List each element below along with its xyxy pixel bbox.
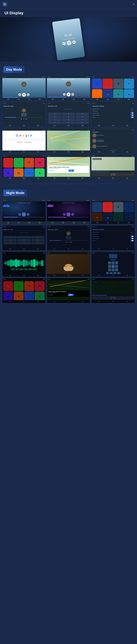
cp-podcast[interactable]: 🎙 — [24, 158, 34, 168]
google-lucky-btn[interactable]: I'm Feeling Lucky — [24, 142, 32, 143]
night-cp-music[interactable]: ♪ — [14, 281, 24, 291]
cp-fb[interactable]: f — [24, 168, 34, 177]
app-extra1[interactable]: ▦ — [124, 89, 134, 98]
eq-btn-1[interactable]: LOW — [11, 268, 15, 270]
dial-8[interactable]: 8 — [62, 118, 75, 121]
night-cp-maps[interactable]: 🗺 — [35, 281, 44, 291]
night-dial-3[interactable]: 3 — [31, 236, 44, 238]
night-bt-play[interactable]: ⏸ — [68, 241, 69, 243]
power-toggle[interactable] — [131, 116, 134, 118]
arrow-up-right[interactable]: ↗ — [115, 261, 118, 264]
arrow-center[interactable]: ● — [112, 265, 115, 268]
nav-extra-3[interactable]: ► — [113, 272, 116, 274]
night-next-2[interactable]: ⏭ — [71, 213, 74, 216]
dial-6[interactable]: 6 — [76, 116, 89, 118]
dial-star[interactable]: * — [48, 122, 62, 124]
bt-next[interactable]: ⏭ — [26, 118, 27, 120]
nav-extra-4[interactable]: ▼ — [117, 272, 120, 274]
dial-0[interactable]: 0 — [62, 122, 75, 124]
night-play-1[interactable] — [22, 212, 26, 216]
night-dial-4[interactable]: 4 — [4, 239, 17, 242]
night-app-extra1[interactable]: ▦ — [124, 212, 134, 221]
hero-next-btn[interactable]: ⏭ — [72, 40, 76, 44]
nav-prev[interactable]: ⏮ — [111, 175, 112, 176]
night-dial-6[interactable]: 6 — [31, 239, 44, 242]
cp-maps[interactable]: 🗺 — [35, 158, 44, 168]
arrow-left[interactable]: ← — [108, 265, 111, 268]
night-app-settings[interactable]: ⚙ — [124, 202, 134, 212]
night-power-toggle[interactable] — [131, 240, 134, 241]
night-dial-2[interactable]: 2 — [17, 236, 31, 238]
eq-btn-5[interactable]: POP — [28, 268, 32, 270]
night-nav-play[interactable]: ⏸ — [112, 298, 114, 299]
night-next-1[interactable]: ⏭ — [27, 213, 30, 216]
night-cp-netflix[interactable]: N — [14, 292, 24, 300]
nav-next[interactable]: ⏭ — [114, 175, 115, 176]
play-btn-2[interactable]: ⏸ — [66, 92, 70, 96]
auto-answer-toggle[interactable] — [131, 112, 134, 114]
bt-play[interactable]: ⏸ — [23, 118, 24, 120]
dial-5[interactable]: 5 — [62, 116, 75, 118]
night-dial-9[interactable]: 9 — [31, 242, 44, 244]
cp-spotify[interactable]: S — [35, 168, 44, 177]
arrow-down[interactable]: ↓ — [112, 268, 115, 271]
night-app-telegram[interactable]: ✈ — [92, 202, 102, 212]
night-cp-podcast[interactable]: 🎙 — [24, 281, 34, 291]
social-item-1[interactable]: 🎵 华乐_世界.mp4 — [92, 133, 134, 138]
app-maps[interactable]: 📍 — [92, 89, 102, 98]
menu-icon[interactable] — [2, 2, 7, 7]
arrow-down-left[interactable]: ↙ — [108, 268, 111, 271]
social-item-3[interactable]: 🎵 华乐_33_33_音乐.mp3 — [92, 144, 134, 149]
app-vehicle[interactable]: 🚗 — [102, 89, 113, 98]
night-dial-7[interactable]: 7 — [4, 242, 17, 244]
night-bt-next[interactable]: ⏭ — [70, 241, 72, 243]
night-auto-answer-toggle[interactable] — [131, 236, 134, 237]
nav-hamburger-icon[interactable]: ≡ — [133, 2, 135, 6]
next-btn-2[interactable]: ⏭ — [71, 93, 74, 96]
app-settings[interactable]: ⚙ — [124, 78, 134, 89]
night-cp-fb[interactable]: f — [24, 292, 34, 300]
cp-music[interactable]: ♪ — [14, 158, 24, 168]
night-cp-spotify[interactable]: S — [35, 292, 44, 300]
night-nav-next[interactable]: ⏭ — [114, 298, 115, 299]
auto-connect-toggle[interactable] — [131, 114, 134, 116]
google-search-btn[interactable]: Google Search — [16, 142, 23, 143]
nav-extra-2[interactable]: ◄ — [110, 272, 113, 274]
night-app-maps[interactable]: 📍 — [92, 212, 102, 221]
dial-9[interactable]: 9 — [76, 118, 89, 121]
night-app-photos[interactable]: 🖼 — [113, 202, 124, 212]
arrow-down-right[interactable]: ↘ — [115, 268, 118, 271]
google-search-bar[interactable] — [4, 138, 44, 141]
night-dial-8[interactable]: 8 — [17, 242, 31, 244]
eq-btn-4[interactable]: FLAT — [24, 268, 28, 270]
nav-play[interactable]: ⏸ — [112, 175, 114, 176]
dial-4[interactable]: 4 — [48, 116, 62, 118]
eq-btn-3[interactable]: HIGH — [19, 268, 23, 270]
arrow-up-left[interactable]: ↖ — [108, 261, 111, 264]
hero-play-btn[interactable]: ⏸ — [66, 40, 72, 45]
dial-hash[interactable]: # — [76, 122, 89, 124]
go-button[interactable]: GO — [68, 170, 74, 172]
cp-netflix[interactable]: N — [14, 168, 24, 177]
night-dial-5[interactable]: 5 — [17, 239, 31, 242]
dial-1[interactable]: 1 — [48, 112, 62, 115]
night-nav-prev[interactable]: ⏮ — [111, 298, 112, 299]
night-prev-2[interactable]: ⏮ — [63, 213, 66, 216]
cp-waze[interactable]: W — [3, 168, 13, 177]
night-app-vehicle[interactable]: 🚗 — [102, 212, 113, 221]
prev-btn-2[interactable]: ⏮ — [63, 93, 66, 96]
night-app-bt[interactable]: BT — [113, 212, 124, 221]
dial-3[interactable]: 3 — [76, 112, 89, 115]
arrow-up[interactable]: ↑ — [112, 261, 115, 264]
night-auto-connect-toggle[interactable] — [131, 238, 134, 239]
night-bt-prev[interactable]: ⏮ — [65, 241, 67, 243]
nav-extra-1[interactable]: ▲ — [106, 272, 109, 274]
night-dial-1[interactable]: 1 — [4, 236, 17, 238]
dial-7[interactable]: 7 — [48, 118, 62, 121]
social-item-2[interactable]: 🎵 华乐_世界.mp4华乐_世界.mp4 — [92, 139, 134, 144]
eq-btn-2[interactable]: MID — [15, 268, 19, 270]
prev-btn[interactable]: ⏮ — [18, 93, 21, 96]
app-bt[interactable]: BT — [113, 89, 124, 98]
dial-2[interactable]: 2 — [62, 112, 75, 115]
night-app-music[interactable]: ♪ — [102, 202, 113, 212]
